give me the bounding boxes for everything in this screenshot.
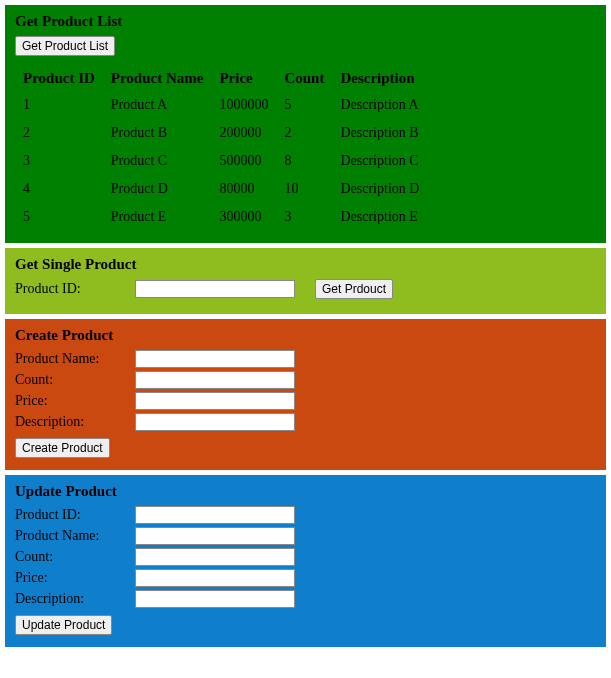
header-price: Price [211, 66, 276, 91]
create-desc-label: Description: [15, 414, 135, 430]
create-product-button[interactable]: Create Product [15, 438, 110, 458]
single-id-label: Product ID: [15, 281, 135, 297]
get-list-title: Get Product List [15, 13, 596, 30]
cell-desc: Description C [332, 147, 427, 175]
table-row: 2 Product B 200000 2 Description B [15, 119, 427, 147]
update-title: Update Product [15, 483, 596, 500]
cell-price: 1000000 [211, 91, 276, 119]
create-price-label: Price: [15, 393, 135, 409]
cell-desc: Description D [332, 175, 427, 203]
header-count: Count [276, 66, 332, 91]
header-desc: Description [332, 66, 427, 91]
cell-name: Product D [103, 175, 212, 203]
cell-name: Product A [103, 91, 212, 119]
create-name-input[interactable] [135, 350, 295, 368]
header-id: Product ID [15, 66, 103, 91]
cell-price: 300000 [211, 203, 276, 231]
cell-id: 2 [15, 119, 103, 147]
table-row: 3 Product C 500000 8 Description C [15, 147, 427, 175]
create-product-panel: Create Product Product Name: Count: Pric… [5, 319, 606, 470]
update-count-label: Count: [15, 549, 135, 565]
update-name-label: Product Name: [15, 528, 135, 544]
create-desc-input[interactable] [135, 413, 295, 431]
cell-count: 8 [276, 147, 332, 175]
create-name-label: Product Name: [15, 351, 135, 367]
update-price-label: Price: [15, 570, 135, 586]
cell-desc: Description E [332, 203, 427, 231]
update-id-label: Product ID: [15, 507, 135, 523]
update-id-input[interactable] [135, 506, 295, 524]
update-price-input[interactable] [135, 569, 295, 587]
get-product-list-panel: Get Product List Get Product List Produc… [5, 5, 606, 243]
header-name: Product Name [103, 66, 212, 91]
cell-price: 200000 [211, 119, 276, 147]
update-name-input[interactable] [135, 527, 295, 545]
cell-id: 5 [15, 203, 103, 231]
create-title: Create Product [15, 327, 596, 344]
table-row: 5 Product E 300000 3 Description E [15, 203, 427, 231]
cell-id: 3 [15, 147, 103, 175]
cell-price: 500000 [211, 147, 276, 175]
cell-id: 1 [15, 91, 103, 119]
cell-count: 10 [276, 175, 332, 203]
get-single-title: Get Single Product [15, 256, 596, 273]
cell-count: 5 [276, 91, 332, 119]
update-product-panel: Update Product Product ID: Product Name:… [5, 475, 606, 647]
cell-count: 3 [276, 203, 332, 231]
update-product-button[interactable]: Update Product [15, 615, 112, 635]
single-id-input[interactable] [135, 280, 295, 298]
get-product-button[interactable]: Get Prdouct [315, 279, 393, 299]
cell-desc: Description A [332, 91, 427, 119]
cell-count: 2 [276, 119, 332, 147]
cell-name: Product C [103, 147, 212, 175]
cell-price: 80000 [211, 175, 276, 203]
product-table: Product ID Product Name Price Count Desc… [15, 66, 427, 231]
table-row: 4 Product D 80000 10 Description D [15, 175, 427, 203]
get-product-list-button[interactable]: Get Product List [15, 36, 115, 56]
cell-name: Product B [103, 119, 212, 147]
update-desc-input[interactable] [135, 590, 295, 608]
table-row: 1 Product A 1000000 5 Description A [15, 91, 427, 119]
get-single-product-panel: Get Single Product Product ID: Get Prdou… [5, 248, 606, 314]
cell-name: Product E [103, 203, 212, 231]
create-price-input[interactable] [135, 392, 295, 410]
cell-desc: Description B [332, 119, 427, 147]
update-desc-label: Description: [15, 591, 135, 607]
update-count-input[interactable] [135, 548, 295, 566]
create-count-label: Count: [15, 372, 135, 388]
create-count-input[interactable] [135, 371, 295, 389]
cell-id: 4 [15, 175, 103, 203]
table-header-row: Product ID Product Name Price Count Desc… [15, 66, 427, 91]
